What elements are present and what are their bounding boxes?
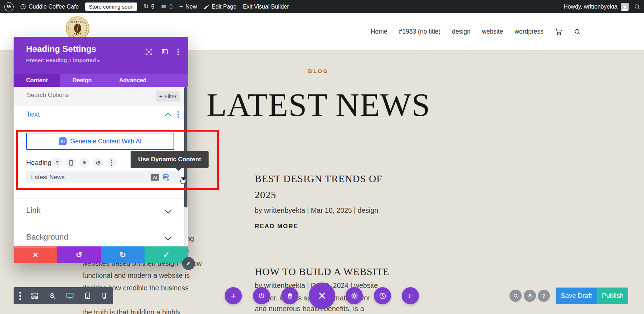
highlight-rectangle [16,130,219,190]
coffee-bean-icon [74,24,81,33]
tab-advanced[interactable]: Advanced [107,74,162,87]
dock-panel-icon[interactable] [161,48,168,55]
options-search-bar: + Filter [14,87,188,106]
nav-item-design[interactable]: design [452,28,470,35]
undo-button[interactable]: ↺ [57,246,101,263]
main-nav: Home #1983 (no title) design website wor… [371,13,581,50]
close-builder-controls-button[interactable]: × [309,283,335,309]
history-clock-button[interactable] [374,287,391,304]
tab-design[interactable]: Design [60,74,107,87]
text-section-title[interactable]: Text [26,110,40,118]
new-content-menu[interactable]: + New [179,3,197,11]
background-section-title[interactable]: Background [26,232,68,242]
post-title[interactable]: HOW TO BUILD A WEBSITE [255,264,469,280]
wordpress-logo-icon[interactable]: W [4,2,14,11]
drag-dots-icon[interactable] [19,292,21,300]
user-avatar[interactable] [621,3,629,11]
site-gauge-icon [20,4,26,10]
caret-down-icon: ▾ [97,59,99,63]
nav-item-1983[interactable]: #1983 (no title) [399,28,441,35]
phone-view-icon[interactable] [101,293,107,299]
blog-post-2: HOW TO BUILD A WEBSITE [255,264,469,280]
blog-post-1: BEST DESIGN TRENDS OF 2025 [255,171,398,203]
edit-page-menu[interactable]: Edit Page [204,4,236,10]
zoom-out-view-icon[interactable] [49,292,56,300]
nav-item-wordpress[interactable]: wordpress [514,28,543,35]
builder-view-toolbar [14,287,113,304]
modal-resize-handle[interactable] [182,257,195,270]
help-button[interactable]: ? [538,290,550,302]
nav-item-website[interactable]: website [482,28,503,35]
pencil-icon [204,4,209,10]
site-name-menu[interactable]: Cuddle Coffee Cafe [20,4,79,10]
expand-link-icon[interactable] [166,208,170,213]
redo-button[interactable]: ↻ [101,246,145,263]
kebab-menu-icon[interactable] [177,49,179,55]
updates-icon: ↻ [143,3,148,10]
publish-button[interactable]: Publish [597,288,628,304]
preset-selector[interactable]: Preset: Heading 1 imported ▾ [26,57,99,63]
wp-admin-bar: W Cuddle Coffee Cafe Store coming soon ↻… [0,0,644,13]
exit-visual-builder-menu[interactable]: Exit Visual Builder [243,4,289,10]
wireframe-view-icon[interactable] [31,292,39,300]
collapse-section-icon[interactable] [166,113,170,118]
plus-icon: + [179,3,183,11]
comment-bubble-icon [161,4,167,10]
add-module-button[interactable]: + [225,287,242,304]
plus-icon: + [159,93,163,100]
modal-header: Heading Settings Preset: Heading 1 impor… [14,37,188,74]
post-title[interactable]: BEST DESIGN TRENDS OF 2025 [255,171,398,203]
filter-button[interactable]: + Filter [156,91,180,102]
modal-title: Heading Settings [26,44,96,54]
post-meta[interactable]: by writtenbyekta | Mar 10, 2025 | design [255,206,378,215]
layers-button[interactable] [524,290,536,302]
expand-background-icon[interactable] [166,235,170,240]
save-check-button[interactable]: ✓ [145,246,188,263]
zoom-search-button[interactable] [509,290,522,302]
cart-icon[interactable] [555,28,562,35]
tab-content[interactable]: Content [14,74,60,87]
howdy-account-menu[interactable]: Howdy, writtenbyekta [564,4,618,10]
comments-menu[interactable]: 0 [161,4,172,10]
modal-actions: × ↺ ↻ ✓ [14,246,188,263]
read-more-link[interactable]: READ MORE [255,223,298,230]
tablet-view-icon[interactable] [84,292,91,299]
delete-button[interactable] [281,287,298,304]
updates-menu[interactable]: ↻ 5 [143,3,154,10]
section-kebab-icon[interactable] [177,111,179,118]
focus-move-icon[interactable] [145,48,152,55]
modal-tabs: Content Design Advanced [14,74,188,87]
nav-item-home[interactable]: Home [371,28,387,35]
save-to-library-button[interactable] [253,287,270,304]
desktop-view-icon[interactable] [66,292,74,300]
screen: BLOG LATEST NEWS BEST DESIGN TRENDS OF 2… [0,0,644,314]
link-section-title[interactable]: Link [26,206,40,215]
save-draft-button[interactable]: Save Draft [556,288,597,304]
search-icon[interactable] [574,28,581,35]
coming-soon-badge[interactable]: Store coming soon [85,3,137,11]
sort-order-button[interactable]: ↓↑ [402,287,419,304]
admin-search-icon[interactable] [634,4,640,10]
settings-gear-button[interactable] [346,287,363,304]
search-options-input[interactable] [26,91,135,99]
discard-button[interactable]: × [14,246,57,263]
